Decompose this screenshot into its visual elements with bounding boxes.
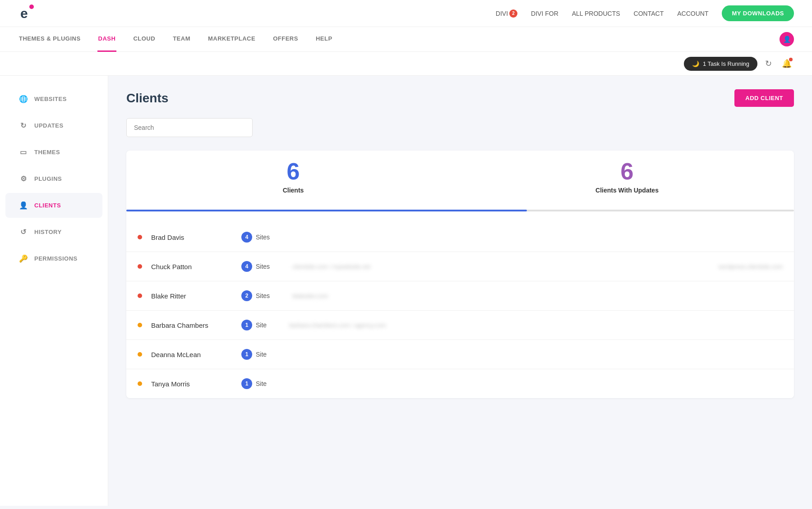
- tab-cloud[interactable]: CLOUD: [132, 27, 156, 52]
- tab-help[interactable]: HELP: [315, 27, 333, 52]
- client-row[interactable]: Chuck Patton 4 Sites clientsite.com / my…: [126, 252, 794, 281]
- all-products-link[interactable]: ALL PRODUCTS: [572, 10, 620, 17]
- client-row[interactable]: Deanna McLean 1 Site: [126, 340, 794, 369]
- client-name: Chuck Patton: [151, 263, 232, 271]
- tab-marketplace[interactable]: MARKETPLACE: [207, 27, 256, 52]
- sites-badge: 4 Sites: [241, 232, 270, 243]
- sidebar-item-label: WEBSITES: [34, 96, 67, 102]
- updates-icon: ↻: [19, 121, 28, 130]
- task-bar: 🌙 1 Task Is Running ↻ 🔔: [0, 52, 812, 76]
- client-name: Brad Davis: [151, 234, 232, 241]
- main-card: 6 Clients 6 Clients With Updates Brad Da…: [126, 151, 794, 398]
- clients-icon: 👤: [19, 201, 28, 210]
- sidebar-item-clients[interactable]: 👤 CLIENTS: [5, 193, 102, 218]
- top-nav: e DIVI 2 DIVI FOR ALL PRODUCTS CONTACT A…: [0, 0, 812, 27]
- search-input[interactable]: [126, 118, 253, 137]
- client-row[interactable]: Blake Ritter 2 Sites blakedev.com: [126, 281, 794, 311]
- add-client-button[interactable]: ADD CLIENT: [734, 89, 794, 107]
- client-status-dot: [138, 235, 142, 239]
- sites-label: Site: [256, 351, 267, 358]
- sites-label: Sites: [256, 263, 270, 270]
- sites-badge: 1 Site: [241, 378, 267, 389]
- sidebar-item-label: HISTORY: [34, 229, 62, 235]
- second-nav: THEMES & PLUGINS DASH CLOUD TEAM MARKETP…: [0, 27, 812, 52]
- sites-badge: 4 Sites: [241, 261, 270, 272]
- sidebar-item-plugins[interactable]: ⚙ PLUGINS: [5, 166, 102, 191]
- divi-nav-item[interactable]: DIVI 2: [496, 9, 517, 18]
- sidebar-item-label: PERMISSIONS: [34, 255, 78, 262]
- divi-for-link[interactable]: DIVI FOR: [531, 10, 558, 17]
- client-status-dot: [138, 323, 142, 327]
- sites-label: Site: [256, 380, 267, 387]
- stats-row: 6 Clients 6 Clients With Updates: [126, 151, 794, 203]
- page-title: Clients: [126, 91, 168, 105]
- account-link[interactable]: ACCOUNT: [677, 10, 708, 17]
- sidebar-item-label: UPDATES: [34, 122, 64, 129]
- tab-offers[interactable]: OFFERS: [272, 27, 299, 52]
- sites-badge: 1 Site: [241, 320, 267, 330]
- divi-link[interactable]: DIVI: [496, 10, 508, 17]
- sidebar-item-themes[interactable]: ▭ THEMES: [5, 140, 102, 165]
- client-url-blurred: clientsite.com / mywebsite.net: [292, 263, 370, 270]
- logo[interactable]: e: [18, 2, 41, 25]
- history-icon: ↺: [19, 228, 28, 236]
- sites-count-badge: 2: [241, 290, 252, 301]
- content-area: Clients ADD CLIENT 6 Clients 6 Clients W…: [108, 76, 812, 506]
- tab-team[interactable]: TEAM: [172, 27, 191, 52]
- client-name: Barbara Chambers: [151, 321, 232, 329]
- themes-icon: ▭: [19, 148, 28, 156]
- divi-badge-count: 2: [509, 9, 517, 18]
- sites-label: Site: [256, 321, 267, 329]
- sidebar-item-websites[interactable]: 🌐 WEBSITES: [5, 87, 102, 111]
- stat-clients-with-updates: 6 Clients With Updates: [460, 151, 794, 203]
- sites-count-badge: 1: [241, 320, 252, 330]
- clients-list: Brad Davis 4 Sites Chuck Patton 4 Sites …: [126, 223, 794, 398]
- stat-clients: 6 Clients: [126, 151, 460, 203]
- sidebar-item-label: PLUGINS: [34, 175, 62, 182]
- avatar[interactable]: 👤: [780, 32, 794, 46]
- sidebar-item-updates[interactable]: ↻ UPDATES: [5, 113, 102, 138]
- svg-text:e: e: [20, 6, 28, 21]
- client-status-dot: [138, 352, 142, 357]
- page-header: Clients ADD CLIENT: [126, 89, 794, 107]
- sidebar-item-permissions[interactable]: 🔑 PERMISSIONS: [5, 246, 102, 271]
- notifications-button[interactable]: 🔔: [780, 56, 794, 71]
- sidebar-item-label: THEMES: [34, 149, 60, 156]
- my-downloads-button[interactable]: MY DOWNLOADS: [722, 5, 794, 21]
- client-url-blurred: barbara-chambers.com / agency.com: [289, 322, 386, 329]
- task-moon-icon: 🌙: [692, 60, 699, 67]
- permissions-icon: 🔑: [19, 254, 28, 263]
- client-url-blurred-right: wordpress.clientsite.com: [719, 263, 783, 270]
- sites-count-badge: 4: [241, 261, 252, 272]
- sites-count-badge: 1: [241, 349, 252, 360]
- client-name: Blake Ritter: [151, 292, 232, 300]
- client-name: Deanna McLean: [151, 351, 232, 358]
- clients-with-updates-label: Clients With Updates: [469, 187, 785, 194]
- clients-label: Clients: [135, 187, 451, 194]
- contact-link[interactable]: CONTACT: [634, 10, 664, 17]
- svg-point-1: [29, 5, 34, 9]
- client-url-blurred: blakedev.com: [292, 293, 328, 299]
- sites-count-badge: 4: [241, 232, 252, 243]
- tab-dash[interactable]: DASH: [97, 27, 117, 52]
- globe-icon: 🌐: [19, 95, 28, 103]
- task-running-indicator[interactable]: 🌙 1 Task Is Running: [684, 57, 757, 71]
- task-label: 1 Task Is Running: [703, 60, 749, 67]
- progress-bar-container: [126, 210, 794, 211]
- client-status-dot: [138, 381, 142, 386]
- sites-count-badge: 1: [241, 378, 252, 389]
- progress-bar-fill: [126, 210, 527, 211]
- client-row[interactable]: Brad Davis 4 Sites: [126, 223, 794, 252]
- refresh-button[interactable]: ↻: [763, 56, 774, 71]
- client-row[interactable]: Tanya Morris 1 Site: [126, 369, 794, 398]
- client-row[interactable]: Barbara Chambers 1 Site barbara-chambers…: [126, 311, 794, 340]
- tab-themes-plugins[interactable]: THEMES & PLUGINS: [18, 27, 82, 52]
- notification-dot: [789, 58, 793, 61]
- clients-with-updates-count: 6: [469, 160, 785, 183]
- sites-label: Sites: [256, 292, 270, 299]
- client-status-dot: [138, 293, 142, 298]
- sidebar: 🌐 WEBSITES ↻ UPDATES ▭ THEMES ⚙ PLUGINS …: [0, 76, 108, 506]
- sidebar-item-history[interactable]: ↺ HISTORY: [5, 220, 102, 244]
- sites-badge: 1 Site: [241, 349, 267, 360]
- clients-count: 6: [135, 160, 451, 183]
